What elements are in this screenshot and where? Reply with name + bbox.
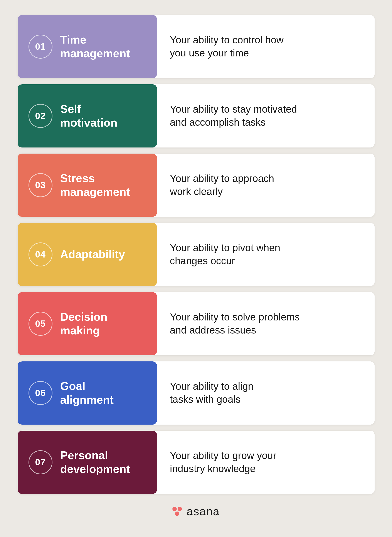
item-title-4: Adaptability bbox=[60, 247, 125, 261]
item-left-5: 05Decision making bbox=[18, 292, 157, 355]
item-title-3: Stress management bbox=[60, 171, 130, 199]
item-number-2: 02 bbox=[35, 111, 46, 121]
item-description-6: Your ability to align tasks with goals bbox=[170, 380, 254, 406]
item-left-1: 01Time management bbox=[18, 15, 157, 78]
item-number-circle-2: 02 bbox=[28, 104, 52, 128]
list-item: 05Decision makingYour ability to solve p… bbox=[18, 292, 375, 355]
item-right-7: Your ability to grow your industry knowl… bbox=[157, 431, 375, 494]
list-item: 02Self motivationYour ability to stay mo… bbox=[18, 84, 375, 147]
item-number-4: 04 bbox=[35, 249, 46, 260]
item-title-1: Time management bbox=[60, 33, 130, 60]
item-title-5: Decision making bbox=[60, 310, 107, 337]
item-title-6: Goal alignment bbox=[60, 379, 114, 407]
item-right-1: Your ability to control how you use your… bbox=[157, 15, 375, 78]
item-description-7: Your ability to grow your industry knowl… bbox=[170, 449, 276, 475]
item-right-3: Your ability to approach work clearly bbox=[157, 154, 375, 217]
item-description-5: Your ability to solve problems and addre… bbox=[170, 311, 300, 337]
dot-bottom bbox=[175, 512, 179, 516]
item-number-circle-7: 07 bbox=[28, 450, 52, 474]
item-number-1: 01 bbox=[35, 41, 46, 52]
asana-brand-text: asana bbox=[187, 505, 220, 518]
item-right-6: Your ability to align tasks with goals bbox=[157, 361, 375, 425]
list-item: 07Personal developmentYour ability to gr… bbox=[18, 431, 375, 494]
skills-list: 01Time managementYour ability to control… bbox=[18, 15, 375, 494]
item-number-circle-3: 03 bbox=[28, 173, 52, 197]
item-description-1: Your ability to control how you use your… bbox=[170, 33, 284, 60]
item-number-circle-4: 04 bbox=[28, 242, 52, 266]
item-left-2: 02Self motivation bbox=[18, 84, 157, 147]
list-item: 03Stress managementYour ability to appro… bbox=[18, 154, 375, 217]
item-number-6: 06 bbox=[35, 388, 46, 398]
item-number-circle-1: 01 bbox=[28, 35, 52, 59]
item-left-4: 04Adaptability bbox=[18, 223, 157, 286]
item-number-7: 07 bbox=[35, 457, 46, 467]
dot-top-left bbox=[172, 507, 177, 511]
list-item: 04AdaptabilityYour ability to pivot when… bbox=[18, 223, 375, 286]
item-number-circle-5: 05 bbox=[28, 312, 52, 336]
item-title-2: Self motivation bbox=[60, 102, 117, 129]
asana-logo: asana bbox=[172, 505, 220, 518]
item-number-circle-6: 06 bbox=[28, 381, 52, 405]
item-title-7: Personal development bbox=[60, 449, 130, 476]
item-description-4: Your ability to pivot when changes occur bbox=[170, 241, 280, 267]
item-left-3: 03Stress management bbox=[18, 154, 157, 217]
item-left-7: 07Personal development bbox=[18, 431, 157, 494]
item-description-3: Your ability to approach work clearly bbox=[170, 172, 274, 198]
item-number-3: 03 bbox=[35, 180, 46, 190]
dot-top-right bbox=[177, 507, 182, 511]
asana-dots-icon bbox=[172, 507, 184, 516]
item-description-2: Your ability to stay motivated and accom… bbox=[170, 103, 297, 129]
item-right-5: Your ability to solve problems and addre… bbox=[157, 292, 375, 355]
list-item: 01Time managementYour ability to control… bbox=[18, 15, 375, 78]
item-right-4: Your ability to pivot when changes occur bbox=[157, 223, 375, 286]
footer: asana bbox=[172, 505, 220, 518]
item-left-6: 06Goal alignment bbox=[18, 361, 157, 425]
list-item: 06Goal alignmentYour ability to align ta… bbox=[18, 361, 375, 425]
item-number-5: 05 bbox=[35, 318, 46, 329]
item-right-2: Your ability to stay motivated and accom… bbox=[157, 84, 375, 147]
